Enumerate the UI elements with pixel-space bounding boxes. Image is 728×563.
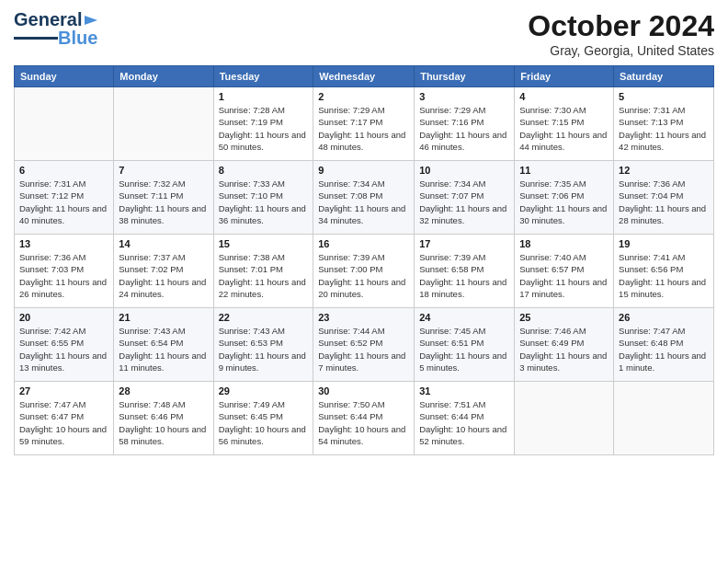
calendar-cell: 15Sunrise: 7:38 AMSunset: 7:01 PMDayligh… — [213, 235, 313, 308]
calendar-cell — [515, 382, 614, 455]
calendar-cell — [114, 87, 213, 161]
calendar-cell: 16Sunrise: 7:39 AMSunset: 7:00 PMDayligh… — [313, 235, 415, 308]
day-number: 11 — [519, 165, 609, 176]
day-number: 3 — [419, 91, 509, 102]
calendar-cell: 29Sunrise: 7:49 AMSunset: 6:45 PMDayligh… — [213, 382, 313, 455]
day-info: Sunrise: 7:29 AMSunset: 7:17 PMDaylight:… — [318, 104, 409, 153]
calendar-table: SundayMondayTuesdayWednesdayThursdayFrid… — [14, 65, 714, 455]
calendar-cell: 6Sunrise: 7:31 AMSunset: 7:12 PMDaylight… — [15, 161, 114, 235]
day-number: 2 — [318, 91, 409, 102]
calendar-cell — [614, 382, 714, 455]
calendar-cell: 25Sunrise: 7:46 AMSunset: 6:49 PMDayligh… — [515, 308, 614, 382]
day-number: 9 — [318, 165, 409, 176]
calendar-cell: 18Sunrise: 7:40 AMSunset: 6:57 PMDayligh… — [515, 235, 614, 308]
day-number: 31 — [419, 385, 509, 396]
calendar-week-row: 13Sunrise: 7:36 AMSunset: 7:03 PMDayligh… — [15, 235, 714, 308]
day-info: Sunrise: 7:42 AMSunset: 6:55 PMDaylight:… — [19, 325, 108, 373]
day-info: Sunrise: 7:32 AMSunset: 7:11 PMDaylight:… — [119, 178, 208, 226]
day-info: Sunrise: 7:37 AMSunset: 7:02 PMDaylight:… — [119, 251, 208, 300]
day-number: 1 — [219, 91, 309, 102]
logo-underline — [14, 37, 58, 40]
day-info: Sunrise: 7:43 AMSunset: 6:53 PMDaylight:… — [219, 325, 309, 373]
day-number: 30 — [318, 385, 409, 396]
day-number: 6 — [19, 165, 108, 176]
header: General Blue October 2024 Gray, Georgia,… — [14, 9, 714, 58]
day-number: 23 — [318, 312, 409, 323]
day-number: 22 — [219, 312, 309, 323]
day-number: 29 — [219, 385, 309, 396]
day-number: 8 — [219, 165, 309, 176]
calendar-week-row: 1Sunrise: 7:28 AMSunset: 7:19 PMDaylight… — [15, 87, 714, 161]
calendar-header-row: SundayMondayTuesdayWednesdayThursdayFrid… — [15, 66, 714, 87]
calendar-cell: 28Sunrise: 7:48 AMSunset: 6:46 PMDayligh… — [114, 382, 213, 455]
calendar-cell: 13Sunrise: 7:36 AMSunset: 7:03 PMDayligh… — [15, 235, 114, 308]
day-info: Sunrise: 7:40 AMSunset: 6:57 PMDaylight:… — [519, 251, 609, 300]
day-info: Sunrise: 7:50 AMSunset: 6:44 PMDaylight:… — [318, 398, 409, 447]
calendar-header-monday: Monday — [114, 66, 213, 87]
day-number: 4 — [519, 91, 609, 102]
calendar-header-thursday: Thursday — [415, 66, 515, 87]
logo-arrow-icon — [83, 12, 99, 29]
calendar-cell: 17Sunrise: 7:39 AMSunset: 6:58 PMDayligh… — [415, 235, 515, 308]
day-number: 18 — [519, 238, 609, 249]
calendar-week-row: 27Sunrise: 7:47 AMSunset: 6:47 PMDayligh… — [15, 382, 714, 455]
day-info: Sunrise: 7:34 AMSunset: 7:07 PMDaylight:… — [419, 178, 509, 226]
day-info: Sunrise: 7:44 AMSunset: 6:52 PMDaylight:… — [318, 325, 409, 373]
day-info: Sunrise: 7:49 AMSunset: 6:45 PMDaylight:… — [219, 398, 309, 447]
calendar-week-row: 6Sunrise: 7:31 AMSunset: 7:12 PMDaylight… — [15, 161, 714, 235]
day-number: 28 — [119, 385, 208, 396]
logo-blue: Blue — [58, 28, 97, 49]
day-number: 5 — [619, 91, 709, 102]
calendar-cell: 22Sunrise: 7:43 AMSunset: 6:53 PMDayligh… — [213, 308, 313, 382]
day-number: 15 — [219, 238, 309, 249]
day-number: 13 — [19, 238, 108, 249]
day-number: 17 — [419, 238, 509, 249]
calendar-cell: 26Sunrise: 7:47 AMSunset: 6:48 PMDayligh… — [614, 308, 714, 382]
calendar-week-row: 20Sunrise: 7:42 AMSunset: 6:55 PMDayligh… — [15, 308, 714, 382]
day-number: 20 — [19, 312, 108, 323]
day-info: Sunrise: 7:51 AMSunset: 6:44 PMDaylight:… — [419, 398, 509, 447]
calendar-cell: 30Sunrise: 7:50 AMSunset: 6:44 PMDayligh… — [313, 382, 415, 455]
day-info: Sunrise: 7:36 AMSunset: 7:04 PMDaylight:… — [619, 178, 709, 226]
calendar-header-wednesday: Wednesday — [313, 66, 415, 87]
day-number: 24 — [419, 312, 509, 323]
calendar-cell: 9Sunrise: 7:34 AMSunset: 7:08 PMDaylight… — [313, 161, 415, 235]
calendar-cell: 27Sunrise: 7:47 AMSunset: 6:47 PMDayligh… — [15, 382, 114, 455]
calendar-cell: 14Sunrise: 7:37 AMSunset: 7:02 PMDayligh… — [114, 235, 213, 308]
calendar-cell: 11Sunrise: 7:35 AMSunset: 7:06 PMDayligh… — [515, 161, 614, 235]
title-block: October 2024 Gray, Georgia, United State… — [528, 9, 714, 58]
calendar-cell: 19Sunrise: 7:41 AMSunset: 6:56 PMDayligh… — [614, 235, 714, 308]
day-number: 19 — [619, 238, 709, 249]
calendar-cell: 2Sunrise: 7:29 AMSunset: 7:17 PMDaylight… — [313, 87, 415, 161]
calendar-header-friday: Friday — [515, 66, 614, 87]
calendar-header-tuesday: Tuesday — [213, 66, 313, 87]
day-number: 12 — [619, 165, 709, 176]
day-info: Sunrise: 7:28 AMSunset: 7:19 PMDaylight:… — [219, 104, 309, 153]
day-info: Sunrise: 7:30 AMSunset: 7:15 PMDaylight:… — [519, 104, 609, 153]
day-info: Sunrise: 7:38 AMSunset: 7:01 PMDaylight:… — [219, 251, 309, 300]
day-info: Sunrise: 7:47 AMSunset: 6:47 PMDaylight:… — [19, 398, 108, 447]
calendar-cell: 4Sunrise: 7:30 AMSunset: 7:15 PMDaylight… — [515, 87, 614, 161]
day-info: Sunrise: 7:35 AMSunset: 7:06 PMDaylight:… — [519, 178, 609, 226]
day-info: Sunrise: 7:39 AMSunset: 7:00 PMDaylight:… — [318, 251, 409, 300]
calendar-header-sunday: Sunday — [15, 66, 114, 87]
location: Gray, Georgia, United States — [528, 43, 714, 58]
day-info: Sunrise: 7:36 AMSunset: 7:03 PMDaylight:… — [19, 251, 108, 300]
day-number: 21 — [119, 312, 208, 323]
page-container: General Blue October 2024 Gray, Georgia,… — [0, 0, 728, 465]
calendar-cell: 31Sunrise: 7:51 AMSunset: 6:44 PMDayligh… — [415, 382, 515, 455]
day-number: 27 — [19, 385, 108, 396]
day-number: 16 — [318, 238, 409, 249]
svg-marker-0 — [85, 16, 97, 25]
day-info: Sunrise: 7:41 AMSunset: 6:56 PMDaylight:… — [619, 251, 709, 300]
day-info: Sunrise: 7:34 AMSunset: 7:08 PMDaylight:… — [318, 178, 409, 226]
logo: General Blue — [14, 9, 99, 49]
day-info: Sunrise: 7:43 AMSunset: 6:54 PMDaylight:… — [119, 325, 208, 373]
day-info: Sunrise: 7:31 AMSunset: 7:13 PMDaylight:… — [619, 104, 709, 153]
calendar-cell: 7Sunrise: 7:32 AMSunset: 7:11 PMDaylight… — [114, 161, 213, 235]
calendar-cell: 5Sunrise: 7:31 AMSunset: 7:13 PMDaylight… — [614, 87, 714, 161]
day-number: 26 — [619, 312, 709, 323]
month-title: October 2024 — [528, 9, 714, 43]
calendar-cell: 3Sunrise: 7:29 AMSunset: 7:16 PMDaylight… — [415, 87, 515, 161]
day-info: Sunrise: 7:31 AMSunset: 7:12 PMDaylight:… — [19, 178, 108, 226]
